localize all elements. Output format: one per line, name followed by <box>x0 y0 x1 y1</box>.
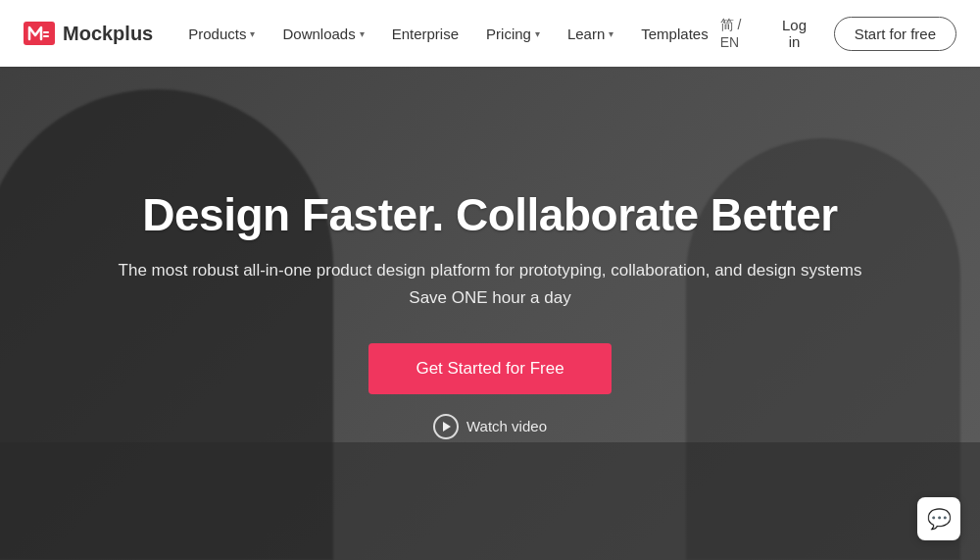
svg-rect-2 <box>43 35 49 37</box>
svg-rect-1 <box>43 31 49 33</box>
chat-bubble-button[interactable]: 💬 <box>917 497 960 540</box>
get-started-button[interactable]: Get Started for Free <box>368 343 611 394</box>
navbar: Mockplus Products ▾ Downloads ▾ Enterpri… <box>0 0 980 67</box>
logo-text: Mockplus <box>63 23 153 45</box>
nav-enterprise[interactable]: Enterprise <box>380 18 470 50</box>
login-button[interactable]: Log in <box>766 11 821 56</box>
nav-items: Products ▾ Downloads ▾ Enterprise Pricin… <box>176 18 719 50</box>
start-for-free-button[interactable]: Start for free <box>834 17 956 51</box>
play-triangle-icon <box>443 422 451 432</box>
nav-right: 简 / EN Log in Start for free <box>720 11 956 56</box>
play-circle-icon <box>433 414 459 439</box>
logo-icon <box>24 22 55 45</box>
hero-title: Design Faster. Collaborate Better <box>142 188 837 241</box>
hero-subtitle: The most robust all-in-one product desig… <box>119 261 862 280</box>
chevron-down-icon: ▾ <box>360 28 365 39</box>
chevron-down-icon: ▾ <box>535 28 540 39</box>
nav-products[interactable]: Products ▾ <box>176 18 267 50</box>
nav-templates[interactable]: Templates <box>629 18 719 50</box>
chevron-down-icon: ▾ <box>609 28 613 39</box>
hero-tagline: Save ONE hour a day <box>409 288 570 308</box>
chevron-down-icon: ▾ <box>250 28 255 39</box>
nav-learn[interactable]: Learn ▾ <box>556 18 625 50</box>
lang-switcher[interactable]: 简 / EN <box>720 17 756 50</box>
hero-content: Design Faster. Collaborate Better The mo… <box>0 0 980 560</box>
watch-video-button[interactable]: Watch video <box>433 414 547 439</box>
chat-icon: 💬 <box>927 507 952 531</box>
logo[interactable]: Mockplus <box>24 22 153 45</box>
nav-downloads[interactable]: Downloads ▾ <box>270 18 375 50</box>
nav-pricing[interactable]: Pricing ▾ <box>474 18 552 50</box>
